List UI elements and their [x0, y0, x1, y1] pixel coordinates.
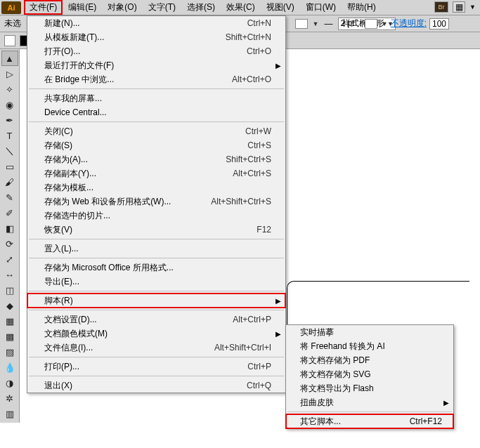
file-menu-item[interactable]: 存储选中的切片...	[27, 209, 285, 223]
script-menu-item[interactable]: 扭曲皮肤▶	[286, 395, 453, 409]
menu-item-label: 存储副本(Y)...	[44, 168, 96, 180]
script-menu-item[interactable]: 将文档存储为 SVG	[286, 367, 453, 381]
paintbrush-tool[interactable]: 🖌	[1, 174, 18, 190]
menu-item-label: 置入(L)...	[44, 243, 79, 255]
rotate-tool[interactable]: ⟳	[1, 236, 18, 251]
file-menu-item[interactable]: 退出(X)Ctrl+Q	[27, 378, 285, 393]
fill-swatch[interactable]	[4, 35, 15, 46]
menu-item-label: 打印(P)...	[44, 361, 79, 373]
file-menu-item[interactable]: 在 Bridge 中浏览...Alt+Ctrl+O	[27, 72, 285, 86]
menu-file[interactable]: 文件(F)	[24, 0, 63, 15]
menu-select[interactable]: 选择(S)	[181, 0, 221, 15]
chevron-down-icon[interactable]: ▼	[469, 4, 476, 11]
menu-window[interactable]: 窗口(W)	[300, 0, 342, 15]
menu-item-label: 将文档存储为 SVG	[300, 369, 371, 381]
menu-item-label: 新建(N)...	[44, 18, 80, 29]
rectangle-tool[interactable]: ▭	[1, 159, 18, 174]
file-menu-item[interactable]: 文档设置(D)...Alt+Ctrl+P	[27, 312, 285, 327]
script-menu-item[interactable]: 将文档存储为 PDF	[286, 353, 453, 367]
selection-tool[interactable]: ▲	[1, 51, 18, 66]
magic-wand-tool[interactable]: ✧	[1, 81, 18, 97]
file-menu-item[interactable]: 置入(L)...	[27, 242, 285, 256]
file-menu-item[interactable]: 从模板新建(T)...Shift+Ctrl+N	[27, 30, 285, 44]
file-menu-item[interactable]: 存储为 Web 和设备所用格式(W)...Alt+Shift+Ctrl+S	[27, 195, 285, 209]
menu-view[interactable]: 视图(V)	[261, 0, 300, 15]
script-menu-item[interactable]: 将文档导出为 Flash	[286, 381, 453, 395]
mesh-tool[interactable]: ▩	[1, 329, 18, 344]
shape-builder-tool[interactable]: ◆	[1, 298, 18, 313]
free-transform-tool[interactable]: ◫	[1, 282, 18, 298]
file-menu-item[interactable]: 打印(P)...Ctrl+P	[27, 360, 285, 374]
menu-shortcut: Ctrl+O	[247, 46, 271, 56]
pen-tool[interactable]: ✒	[1, 112, 18, 128]
file-menu-item[interactable]: 存储副本(Y)...Alt+Ctrl+S	[27, 166, 285, 180]
menu-item-label: 文档设置(D)...	[44, 314, 97, 326]
blob-brush-tool[interactable]: ✐	[1, 205, 18, 220]
line-tool[interactable]: ＼	[1, 143, 18, 159]
menu-shortcut: Alt+Ctrl+O	[232, 74, 271, 84]
lasso-tool[interactable]: ◉	[1, 97, 18, 112]
file-menu-item[interactable]: 存储为模板...	[27, 180, 285, 195]
menu-object[interactable]: 对象(O)	[102, 0, 142, 15]
file-menu-item[interactable]: 打开(O)...Ctrl+O	[27, 44, 285, 58]
file-menu-dropdown: 新建(N)...Ctrl+N从模板新建(T)...Shift+Ctrl+N打开(…	[27, 15, 286, 393]
app-icon: Ai	[1, 1, 21, 14]
bridge-icon[interactable]: Br	[434, 1, 448, 13]
file-menu-item[interactable]: 新建(N)...Ctrl+N	[27, 16, 285, 30]
menu-item-label: 脚本(R)	[44, 295, 73, 307]
menu-item-label: 文档颜色模式(M)	[44, 328, 108, 340]
eraser-tool[interactable]: ◧	[1, 220, 18, 236]
file-menu-item[interactable]: 文档颜色模式(M)▶	[27, 327, 285, 341]
direct-selection-tool[interactable]: ▷	[1, 66, 18, 81]
eyedropper-tool[interactable]: 💧	[1, 360, 18, 375]
file-menu-item[interactable]: Device Central...	[27, 105, 285, 119]
arrange-documents-icon[interactable]: ▦	[453, 1, 465, 13]
menu-item-label: 共享我的屏幕...	[44, 93, 102, 105]
menu-shortcut: Ctrl+P	[247, 362, 271, 371]
gradient-tool[interactable]: ▨	[1, 344, 18, 360]
opacity-label[interactable]: 不透明度:	[391, 18, 427, 29]
script-menu-item[interactable]: 实时描摹	[286, 325, 453, 339]
file-menu-item[interactable]: 存储为(A)...Shift+Ctrl+S	[27, 152, 285, 166]
file-menu-item[interactable]: 存储为 Microsoft Office 所用格式...	[27, 261, 285, 275]
stroke-swatch[interactable]	[295, 19, 308, 29]
menu-shortcut: Alt+Ctrl+P	[233, 315, 271, 324]
perspective-tool[interactable]: ▦	[1, 313, 18, 329]
script-menu-item[interactable]: 将 Freehand 转换为 AI	[286, 339, 453, 353]
tools-panel: ▲ ▷ ✧ ◉ ✒ T ＼ ▭ 🖌 ✎ ✐ ◧ ⟳ ⤢ ↔ ◫ ◆ ▦ ▩ ▨ …	[0, 49, 20, 423]
menu-help[interactable]: 帮助(H)	[342, 0, 382, 15]
menu-shortcut: Ctrl+Q	[247, 381, 271, 390]
file-menu-item[interactable]: 最近打开的文件(F)▶	[27, 58, 285, 72]
type-tool[interactable]: T	[1, 128, 18, 143]
scale-tool[interactable]: ⤢	[1, 251, 18, 267]
menu-item-label: 恢复(V)	[44, 224, 72, 236]
menu-item-label: 在 Bridge 中浏览...	[44, 74, 114, 86]
menu-type[interactable]: 文字(T)	[143, 0, 181, 15]
menu-edit[interactable]: 编辑(E)	[63, 0, 102, 15]
menu-effect[interactable]: 效果(C)	[221, 0, 261, 15]
menu-item-label: 最近打开的文件(F)	[44, 60, 114, 72]
opacity-value[interactable]: 100	[429, 18, 449, 29]
symbol-sprayer-tool[interactable]: ✲	[1, 390, 18, 406]
menu-item-label: 将文档导出为 Flash	[300, 383, 374, 395]
width-tool[interactable]: ↔	[1, 267, 18, 282]
menu-item-label: 关闭(C)	[44, 126, 73, 138]
file-menu-item[interactable]: 脚本(R)▶	[27, 294, 285, 308]
chevron-down-icon[interactable]: ▼	[382, 20, 388, 27]
script-menu-item[interactable]: 其它脚本...Ctrl+F12	[286, 414, 453, 428]
file-menu-item[interactable]: 共享我的屏幕...	[27, 91, 285, 105]
menu-item-label: 存储为模板...	[44, 182, 93, 194]
menu-shortcut: Ctrl+S	[247, 140, 271, 150]
file-menu-item[interactable]: 存储(S)Ctrl+S	[27, 138, 285, 152]
file-menu-item[interactable]: 恢复(V)F12	[27, 223, 285, 237]
file-menu-item[interactable]: 文件信息(I)...Alt+Shift+Ctrl+I	[27, 341, 285, 355]
file-menu-item[interactable]: 关闭(C)Ctrl+W	[27, 124, 285, 138]
file-menu-item[interactable]: 导出(E)...	[27, 275, 285, 289]
pencil-tool[interactable]: ✎	[1, 190, 18, 205]
menubar: Ai 文件(F)编辑(E)对象(O)文字(T)选择(S)效果(C)视图(V)窗口…	[0, 0, 480, 15]
style-swatch[interactable]	[365, 19, 377, 29]
menu-item-label: 将 Freehand 转换为 AI	[300, 341, 385, 353]
chevron-down-icon[interactable]: ▼	[312, 20, 318, 27]
blend-tool[interactable]: ◑	[1, 375, 18, 390]
graph-tool[interactable]: ▥	[1, 406, 18, 421]
